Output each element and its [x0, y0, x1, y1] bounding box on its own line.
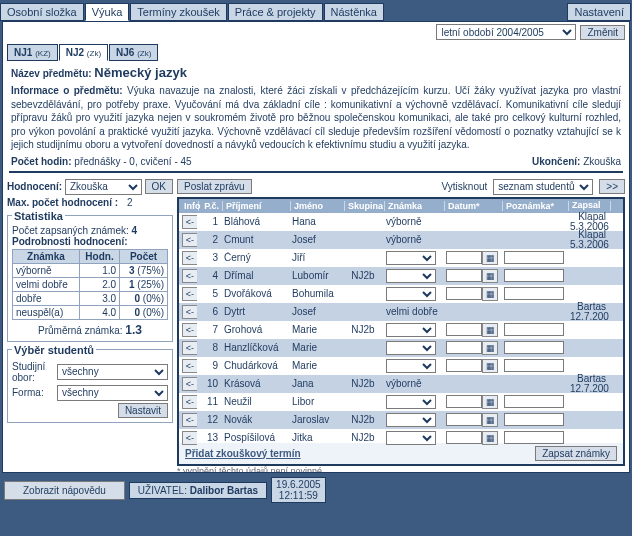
- date-input[interactable]: [446, 395, 482, 408]
- grade-select[interactable]: [386, 287, 436, 301]
- save-grades-button[interactable]: Zapsat známky: [535, 446, 617, 461]
- grade-select[interactable]: [386, 359, 436, 373]
- add-term-link[interactable]: Přidat zkouškový termín: [185, 448, 301, 459]
- selection-fieldset: Výběr studentů Studijní obor:všechny For…: [7, 344, 173, 423]
- set-button[interactable]: Nastavit: [118, 403, 168, 418]
- note-input[interactable]: [504, 359, 564, 372]
- date-input[interactable]: [446, 269, 482, 282]
- send-message-button[interactable]: Poslat zprávu: [177, 179, 252, 194]
- row-info-icon[interactable]: <-: [182, 395, 197, 409]
- row-info-icon[interactable]: <-: [182, 215, 197, 229]
- table-row: <-7GrohováMarieNJ2b▦: [179, 321, 623, 339]
- calendar-icon[interactable]: ▦: [482, 359, 498, 373]
- calendar-icon[interactable]: ▦: [482, 431, 498, 445]
- field-select[interactable]: všechny: [57, 364, 168, 380]
- date-input[interactable]: [446, 323, 482, 336]
- tab-2[interactable]: Termíny zkoušek: [130, 3, 227, 21]
- note-input[interactable]: [504, 395, 564, 408]
- date-input[interactable]: [446, 413, 482, 426]
- calendar-icon[interactable]: ▦: [482, 251, 498, 265]
- hours-label: Počet hodin:: [11, 156, 72, 167]
- table-row: <-8HanzlíčkováMarie▦: [179, 339, 623, 357]
- grade-select[interactable]: [386, 251, 436, 265]
- datetime-box: 19.6.200512:11:59: [271, 477, 326, 503]
- subtab-NJ2[interactable]: NJ2 (Zk): [59, 44, 108, 61]
- grade-select[interactable]: [386, 413, 436, 427]
- tab-0[interactable]: Osobní složka: [0, 3, 84, 21]
- table-row: <-10KrásováJanaNJ2bvýborněBartas12.7.200…: [179, 375, 623, 393]
- help-button[interactable]: Zobrazit nápovědu: [4, 481, 125, 500]
- subject-subtabs: NJ1 (KZ)NJ2 (Zk)NJ6 (Zk): [3, 42, 629, 63]
- subject-info-label: Informace o předmětu:: [11, 85, 123, 96]
- date-input[interactable]: [446, 251, 482, 264]
- change-button[interactable]: Změnit: [580, 25, 625, 40]
- hours-value: přednášky - 0, cvičení - 45: [74, 156, 191, 167]
- row-info-icon[interactable]: <-: [182, 377, 197, 391]
- table-row: <-1BláhováHanavýborněKlapal5.3.2006: [179, 213, 623, 231]
- selection-legend: Výběr studentů: [12, 344, 96, 356]
- grade-select[interactable]: [386, 431, 436, 445]
- table-row: <-3ČernýJiří▦: [179, 249, 623, 267]
- row-info-icon[interactable]: <-: [182, 287, 197, 301]
- grading-label: Hodnocení:: [7, 181, 62, 192]
- table-row: <-6DytrtJosefvelmi dobřeBartas12.7.2005: [179, 303, 623, 321]
- row-info-icon[interactable]: <-: [182, 431, 197, 445]
- maxgrade-value: 2: [127, 197, 133, 208]
- user-name: Dalibor Bartas: [190, 485, 258, 496]
- tab-3[interactable]: Práce & projekty: [228, 3, 323, 21]
- print-label: Vytisknout: [442, 181, 488, 192]
- date-input[interactable]: [446, 341, 482, 354]
- table-row: <-9ChudárkováMarie▦: [179, 357, 623, 375]
- subject-name: Německý jazyk: [94, 65, 187, 80]
- subtab-NJ6[interactable]: NJ6 (Zk): [109, 44, 158, 61]
- grade-select[interactable]: [386, 269, 436, 283]
- row-info-icon[interactable]: <-: [182, 269, 197, 283]
- tab-1[interactable]: Výuka: [85, 3, 130, 21]
- students-grid: InfoP.č.PříjmeníJménoSkupinaZnámkaDatum*…: [177, 197, 625, 466]
- calendar-icon[interactable]: ▦: [482, 395, 498, 409]
- note-input[interactable]: [504, 251, 564, 264]
- note-input[interactable]: [504, 323, 564, 336]
- end-label: Ukončení:: [532, 156, 580, 167]
- row-info-icon[interactable]: <-: [182, 413, 197, 427]
- tab-settings[interactable]: Nastavení: [567, 3, 631, 21]
- note-input[interactable]: [504, 413, 564, 426]
- subtab-NJ1[interactable]: NJ1 (KZ): [7, 44, 58, 61]
- table-row: <-2CmuntJosefvýborněKlapal5.3.2006: [179, 231, 623, 249]
- grade-select[interactable]: [386, 341, 436, 355]
- form-select[interactable]: všechny: [57, 385, 168, 401]
- row-info-icon[interactable]: <-: [182, 233, 197, 247]
- calendar-icon[interactable]: ▦: [482, 413, 498, 427]
- row-info-icon[interactable]: <-: [182, 359, 197, 373]
- ok-button[interactable]: OK: [145, 179, 173, 194]
- date-input[interactable]: [446, 287, 482, 300]
- calendar-icon[interactable]: ▦: [482, 341, 498, 355]
- grade-select[interactable]: [386, 395, 436, 409]
- note-input[interactable]: [504, 269, 564, 282]
- row-info-icon[interactable]: <-: [182, 323, 197, 337]
- calendar-icon[interactable]: ▦: [482, 323, 498, 337]
- row-info-icon[interactable]: <-: [182, 341, 197, 355]
- date-input[interactable]: [446, 431, 482, 444]
- note-input[interactable]: [504, 287, 564, 300]
- print-select[interactable]: seznam studentů: [493, 179, 593, 195]
- grid-note: * vyplnění těchto údajů není povinné: [177, 466, 625, 474]
- grading-select[interactable]: Zkouška: [65, 179, 142, 195]
- note-input[interactable]: [504, 341, 564, 354]
- tab-4[interactable]: Nástěnka: [324, 3, 384, 21]
- print-go-button[interactable]: >>: [599, 179, 625, 194]
- stats-legend: Statistika: [12, 210, 65, 222]
- grade-select[interactable]: [386, 323, 436, 337]
- stats-fieldset: Statistika Počet zapsaných známek: 4 Pod…: [7, 210, 173, 342]
- period-select[interactable]: letní období 2004/2005: [436, 24, 576, 40]
- subject-name-label: Název předmětu:: [11, 68, 92, 79]
- calendar-icon[interactable]: ▦: [482, 269, 498, 283]
- date-input[interactable]: [446, 359, 482, 372]
- row-info-icon[interactable]: <-: [182, 251, 197, 265]
- table-row: <-11NeužilLibor▦: [179, 393, 623, 411]
- calendar-icon[interactable]: ▦: [482, 287, 498, 301]
- row-info-icon[interactable]: <-: [182, 305, 197, 319]
- bottom-bar: Zobrazit nápovědu UŽIVATEL: Dalibor Bart…: [0, 473, 632, 507]
- note-input[interactable]: [504, 431, 564, 444]
- stats-table: ZnámkaHodn.Početvýborně1.03 (75%)velmi d…: [12, 249, 168, 320]
